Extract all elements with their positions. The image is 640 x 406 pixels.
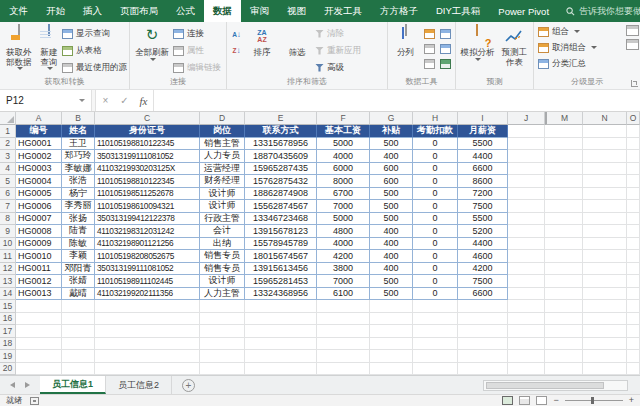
- cell-H1[interactable]: 考勤扣款: [413, 125, 458, 138]
- cell-A13[interactable]: HG0012: [16, 275, 62, 288]
- cell-I10[interactable]: 4400: [458, 238, 508, 251]
- cell-I9[interactable]: 5200: [458, 225, 508, 238]
- row-header-15[interactable]: 15: [0, 300, 16, 313]
- cell-C12[interactable]: 350313199111081052: [95, 263, 200, 276]
- cell-D16[interactable]: [200, 313, 245, 326]
- cell-I15[interactable]: [458, 300, 508, 313]
- show-detail-icon[interactable]: [626, 25, 639, 36]
- cell-I5[interactable]: 8600: [458, 175, 508, 188]
- cell-N19[interactable]: [583, 350, 627, 363]
- cell-D3[interactable]: 人力专员: [200, 150, 245, 163]
- cell-A2[interactable]: HG0001: [16, 138, 62, 151]
- cell-N7[interactable]: [583, 200, 627, 213]
- cell-J8[interactable]: [508, 213, 545, 226]
- cell-I6[interactable]: 7200: [458, 188, 508, 201]
- cell-B13[interactable]: 张婧: [62, 275, 95, 288]
- cell-C5[interactable]: 110105198810122345: [95, 175, 200, 188]
- cell-A17[interactable]: [16, 325, 62, 338]
- outline-dialog-launcher[interactable]: [631, 80, 638, 87]
- cell-D7[interactable]: 设计师: [200, 200, 245, 213]
- cell-I19[interactable]: [458, 350, 508, 363]
- cell-B18[interactable]: [62, 338, 95, 351]
- cell-G10[interactable]: 400: [370, 238, 413, 251]
- cell-B17[interactable]: [62, 325, 95, 338]
- cell-J1[interactable]: [508, 125, 545, 138]
- cell-C3[interactable]: 350313199111081052: [95, 150, 200, 163]
- cell-M12[interactable]: [545, 263, 583, 276]
- cell-I14[interactable]: 6600: [458, 288, 508, 301]
- cell-N2[interactable]: [583, 138, 627, 151]
- cell-D4[interactable]: 运营经理: [200, 163, 245, 176]
- cell-F8[interactable]: 5000: [317, 213, 370, 226]
- cell-G20[interactable]: [370, 363, 413, 376]
- cell-D18[interactable]: [200, 338, 245, 351]
- cell-J2[interactable]: [508, 138, 545, 151]
- cell-A6[interactable]: HG0005: [16, 188, 62, 201]
- select-all-corner[interactable]: [0, 112, 16, 125]
- cell-E20[interactable]: [245, 363, 317, 376]
- row-header-6[interactable]: 6: [0, 188, 16, 201]
- column-header-B[interactable]: B: [62, 112, 95, 125]
- cell-F17[interactable]: [317, 325, 370, 338]
- zoom-slider-thumb[interactable]: [591, 397, 594, 404]
- what-if-analysis-button[interactable]: ? 模拟分析: [458, 24, 497, 76]
- cell-G18[interactable]: [370, 338, 413, 351]
- cell-H10[interactable]: 0: [413, 238, 458, 251]
- cell-O11[interactable]: [627, 250, 640, 263]
- cell-I8[interactable]: 5500: [458, 213, 508, 226]
- cell-C20[interactable]: [95, 363, 200, 376]
- cell-F2[interactable]: 5000: [317, 138, 370, 151]
- cell-N14[interactable]: [583, 288, 627, 301]
- cell-M6[interactable]: [545, 188, 583, 201]
- cell-F4[interactable]: 6000: [317, 163, 370, 176]
- cell-C1[interactable]: 身份证号: [95, 125, 200, 138]
- row-header-13[interactable]: 13: [0, 275, 16, 288]
- cell-H4[interactable]: 0: [413, 163, 458, 176]
- ribbon-tab-页面布局[interactable]: 页面布局: [111, 0, 167, 22]
- cell-M10[interactable]: [545, 238, 583, 251]
- column-header-M[interactable]: M: [545, 112, 583, 125]
- cell-E5[interactable]: 15762875432: [245, 175, 317, 188]
- cell-H17[interactable]: [413, 325, 458, 338]
- ribbon-tab-开发工具[interactable]: 开发工具: [315, 0, 371, 22]
- cell-C13[interactable]: 110105198911102445: [95, 275, 200, 288]
- hide-detail-icon[interactable]: [626, 39, 639, 50]
- cell-O13[interactable]: [627, 275, 640, 288]
- sheet-prev-icon[interactable]: [10, 382, 15, 388]
- cell-C17[interactable]: [95, 325, 200, 338]
- cell-E14[interactable]: 13324368956: [245, 288, 317, 301]
- cell-N17[interactable]: [583, 325, 627, 338]
- cell-F3[interactable]: 4000: [317, 150, 370, 163]
- column-header-F[interactable]: F: [317, 112, 370, 125]
- cell-N20[interactable]: [583, 363, 627, 376]
- cell-O4[interactable]: [627, 163, 640, 176]
- cell-D12[interactable]: 销售专员: [200, 263, 245, 276]
- cell-D17[interactable]: [200, 325, 245, 338]
- cell-M1[interactable]: [545, 125, 583, 138]
- cell-O14[interactable]: [627, 288, 640, 301]
- cell-H9[interactable]: 0: [413, 225, 458, 238]
- column-header-G[interactable]: G: [370, 112, 413, 125]
- cell-I7[interactable]: 7500: [458, 200, 508, 213]
- cell-D11[interactable]: 销售专员: [200, 250, 245, 263]
- insert-function-button[interactable]: fx: [134, 90, 153, 111]
- row-header-10[interactable]: 10: [0, 238, 16, 251]
- cell-H2[interactable]: 0: [413, 138, 458, 151]
- column-header-E[interactable]: E: [245, 112, 317, 125]
- ungroup-button[interactable]: 取消组合: [538, 40, 638, 55]
- cell-F19[interactable]: [317, 350, 370, 363]
- ribbon-tab-插入[interactable]: 插入: [74, 0, 111, 22]
- column-header-I[interactable]: I: [458, 112, 508, 125]
- cell-N10[interactable]: [583, 238, 627, 251]
- row-header-16[interactable]: 16: [0, 313, 16, 326]
- data-validation-button[interactable]: [422, 42, 437, 56]
- cell-C7[interactable]: 110105198610094321: [95, 200, 200, 213]
- tell-me-search[interactable]: 告诉我你想要做什么: [558, 0, 640, 22]
- column-header-C[interactable]: C: [95, 112, 200, 125]
- cell-G12[interactable]: 400: [370, 263, 413, 276]
- new-sheet-button[interactable]: +: [182, 379, 195, 392]
- cell-B10[interactable]: 陈敏: [62, 238, 95, 251]
- cell-J15[interactable]: [508, 300, 545, 313]
- cell-I20[interactable]: [458, 363, 508, 376]
- cell-D6[interactable]: 设计师: [200, 188, 245, 201]
